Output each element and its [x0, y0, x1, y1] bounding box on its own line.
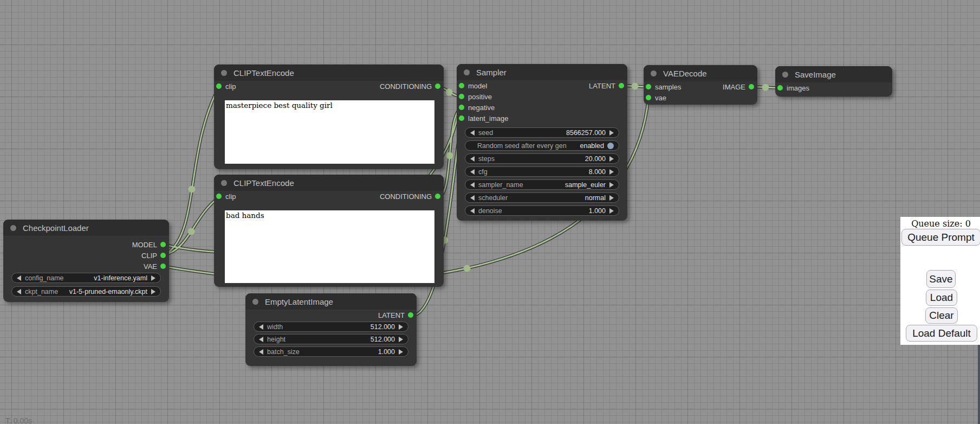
node-title-bar[interactable]: CLIPTextEncode: [214, 175, 444, 191]
increment-arrow-icon[interactable]: [609, 169, 614, 175]
node-empty-latent-image[interactable]: EmptyLatentImage LATENT width 512.000 he…: [245, 293, 417, 366]
node-title-bar[interactable]: SaveImage: [775, 66, 892, 82]
node-title-bar[interactable]: Sampler: [457, 64, 627, 80]
input-slot-samples[interactable]: [646, 84, 651, 89]
increment-arrow-icon[interactable]: [609, 156, 614, 162]
load-button[interactable]: Load: [926, 290, 957, 306]
input-slot-clip[interactable]: [216, 194, 222, 199]
collapse-dot-icon[interactable]: [464, 69, 470, 75]
node-title: VAEDecode: [663, 69, 707, 78]
slot-row-vae: vae: [644, 92, 757, 103]
collapse-dot-icon[interactable]: [221, 70, 227, 76]
widget-config-name[interactable]: config_name v1-inference.yaml: [11, 273, 161, 283]
node-clip-text-encode-negative[interactable]: CLIPTextEncode clip CONDITIONING bad han…: [214, 175, 444, 287]
input-slot-negative[interactable]: [459, 105, 464, 110]
increment-arrow-icon[interactable]: [609, 182, 614, 188]
output-row-model: MODEL: [3, 239, 169, 250]
slot-row-images: images: [775, 82, 892, 93]
decrement-arrow-icon[interactable]: [259, 349, 263, 355]
slot-row-positive: positive: [457, 91, 627, 102]
output-label: CONDITIONING: [380, 192, 432, 201]
input-slot-model[interactable]: [459, 83, 464, 88]
prompt-textarea[interactable]: bad hands: [225, 210, 434, 283]
widget-ckpt-name[interactable]: ckpt_name v1-5-pruned-emaonly.ckpt: [11, 286, 161, 297]
output-row-vae: VAE: [3, 261, 169, 272]
decrement-arrow-icon[interactable]: [17, 275, 21, 281]
output-slot-model[interactable]: [160, 242, 166, 247]
collapse-dot-icon[interactable]: [221, 180, 227, 186]
node-title-bar[interactable]: EmptyLatentImage: [245, 293, 417, 310]
decrement-arrow-icon[interactable]: [470, 130, 475, 136]
widget-label: batch_size: [267, 348, 300, 356]
decrement-arrow-icon[interactable]: [259, 337, 263, 342]
increment-arrow-icon[interactable]: [399, 337, 403, 342]
output-slot-clip[interactable]: [160, 253, 166, 258]
increment-arrow-icon[interactable]: [609, 208, 614, 214]
output-slot-conditioning[interactable]: [435, 194, 440, 199]
widget-label: config_name: [25, 274, 64, 282]
output-slot-image[interactable]: [749, 84, 754, 89]
output-slot-latent[interactable]: [408, 312, 413, 318]
node-title-bar[interactable]: CheckpointLoader: [3, 220, 169, 236]
output-slot-latent[interactable]: [619, 83, 624, 88]
output-slot-vae[interactable]: [160, 264, 166, 269]
widget-random-seed-toggle[interactable]: Random seed after every gen enabled: [465, 140, 619, 151]
node-clip-text-encode-positive[interactable]: CLIPTextEncode clip CONDITIONING masterp…: [214, 65, 444, 169]
output-slot-conditioning[interactable]: [435, 83, 440, 89]
decrement-arrow-icon[interactable]: [470, 195, 475, 201]
widget-seed[interactable]: seed 8566257.000: [465, 127, 619, 138]
node-checkpoint-loader[interactable]: CheckpointLoader MODEL CLIP VAE config_n…: [3, 220, 169, 302]
input-slot-clip[interactable]: [216, 83, 222, 89]
widget-cfg[interactable]: cfg 8.000: [465, 166, 619, 177]
toggle-circle-icon[interactable]: [607, 143, 614, 149]
input-slot-images[interactable]: [777, 85, 783, 91]
input-slot-vae[interactable]: [646, 95, 651, 100]
widget-value: 512.000: [371, 336, 395, 343]
decrement-arrow-icon[interactable]: [470, 156, 475, 162]
node-title: SaveImage: [795, 70, 836, 79]
node-sampler[interactable]: Sampler model LATENT positive negative l…: [457, 64, 627, 221]
input-slot-positive[interactable]: [459, 94, 464, 99]
increment-arrow-icon[interactable]: [399, 324, 403, 330]
node-title-bar[interactable]: CLIPTextEncode: [214, 65, 444, 81]
prompt-textarea[interactable]: masterpiece best quality girl: [225, 100, 434, 164]
widget-sampler-name[interactable]: sampler_name sample_euler: [465, 179, 619, 190]
node-title-bar[interactable]: VAEDecode: [644, 65, 757, 81]
increment-arrow-icon[interactable]: [609, 195, 614, 201]
collapse-dot-icon[interactable]: [651, 70, 657, 76]
increment-arrow-icon[interactable]: [151, 275, 155, 281]
decrement-arrow-icon[interactable]: [470, 169, 475, 175]
collapse-dot-icon[interactable]: [782, 72, 788, 78]
canvas-scrollbar[interactable]: [978, 342, 980, 424]
save-button[interactable]: Save: [926, 270, 956, 288]
widget-value: 1.000: [378, 348, 395, 356]
output-label: LATENT: [378, 311, 405, 319]
widget-width[interactable]: width 512.000: [254, 322, 408, 332]
collapse-dot-icon[interactable]: [10, 225, 16, 231]
widget-denoise[interactable]: denoise 1.000: [465, 205, 619, 216]
widget-height[interactable]: height 512.000: [254, 334, 408, 344]
node-title: CheckpointLoader: [23, 223, 89, 233]
output-label: VAE: [144, 262, 157, 271]
output-row-latent: LATENT: [245, 310, 417, 320]
decrement-arrow-icon[interactable]: [259, 324, 263, 330]
input-label: negative: [468, 104, 495, 112]
clear-button[interactable]: Clear: [925, 307, 958, 324]
input-slot-latent-image[interactable]: [459, 115, 464, 121]
queue-size-label: Queue size: 0: [911, 219, 971, 229]
node-save-image[interactable]: SaveImage images: [775, 66, 892, 97]
increment-arrow-icon[interactable]: [609, 130, 614, 136]
decrement-arrow-icon[interactable]: [470, 208, 475, 214]
queue-prompt-button[interactable]: Queue Prompt: [901, 229, 980, 246]
collapse-dot-icon[interactable]: [252, 299, 258, 305]
decrement-arrow-icon[interactable]: [17, 289, 21, 294]
increment-arrow-icon[interactable]: [399, 349, 403, 355]
increment-arrow-icon[interactable]: [151, 289, 155, 294]
load-default-button[interactable]: Load Default: [906, 325, 977, 342]
node-vae-decode[interactable]: VAEDecode samples IMAGE vae: [644, 65, 757, 105]
node-title: CLIPTextEncode: [233, 68, 294, 78]
widget-scheduler[interactable]: scheduler normal: [465, 192, 619, 203]
decrement-arrow-icon[interactable]: [470, 182, 475, 188]
widget-batch-size[interactable]: batch_size 1.000: [254, 346, 408, 357]
widget-steps[interactable]: steps 20.000: [465, 153, 619, 164]
